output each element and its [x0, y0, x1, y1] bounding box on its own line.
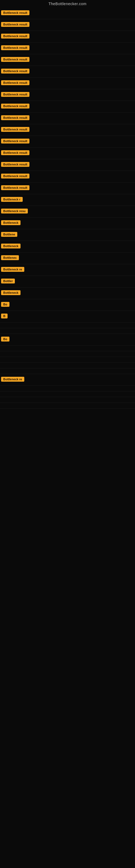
list-item[interactable]: Bottlene	[0, 229, 135, 241]
bottleneck-result-badge: Bottleneck result	[1, 80, 30, 85]
list-item[interactable]	[0, 368, 135, 374]
bottleneck-result-badge: Bottleneck	[1, 244, 20, 248]
bottleneck-result-badge: Bottleneck result	[1, 45, 30, 50]
bottleneck-result-badge: Bottleneck result	[1, 115, 30, 120]
list-item[interactable]: Bottleneck result	[0, 8, 135, 19]
bottleneck-result-badge: Bottleneck result	[1, 138, 30, 144]
list-item[interactable]	[0, 403, 135, 408]
list-item[interactable]: Bottleneck result	[0, 113, 135, 124]
list-item[interactable]: Bottleneck result	[0, 101, 135, 113]
bottleneck-result-badge: Bottleneck result	[1, 10, 30, 15]
list-item[interactable]	[0, 328, 135, 334]
list-item[interactable]: Bottleneck result	[0, 54, 135, 66]
list-item[interactable]: Bo	[0, 334, 135, 346]
list-item[interactable]: Bottleneck	[0, 287, 135, 299]
list-item[interactable]: Bottleneck re	[0, 374, 135, 386]
list-item[interactable]: Bottleneck resu	[0, 206, 135, 218]
bottleneck-result-badge: Bottler	[1, 279, 15, 283]
bottleneck-result-badge: Bottleneck re	[1, 377, 24, 382]
bottleneck-result-badge: Bo	[1, 337, 9, 341]
bottleneck-result-badge: Bottleneck r	[1, 197, 23, 202]
list-item[interactable]: Bo	[0, 299, 135, 311]
list-item[interactable]: Bottleneck result	[0, 124, 135, 136]
bottleneck-result-badge: Bottleneck result	[1, 34, 30, 38]
bottleneck-result-badge: Bottleneck re	[1, 267, 24, 272]
list-item[interactable]	[0, 357, 135, 363]
list-item[interactable]: Bottlenec	[0, 252, 135, 264]
site-title: TheBottlenecker.com	[0, 0, 135, 8]
list-item[interactable]: Bottleneck result	[0, 42, 135, 54]
bottleneck-result-badge: Bottleneck result	[1, 22, 30, 27]
bottleneck-result-badge: Bottlene	[1, 232, 17, 237]
bottleneck-result-badge: Bottlenec	[1, 255, 19, 260]
list-item[interactable]: Bottleneck r	[0, 194, 135, 206]
list-item[interactable]: Bottleneck result	[0, 31, 135, 42]
list-item[interactable]: Bottleneck result	[0, 89, 135, 101]
rows-container: Bottleneck resultBottleneck resultBottle…	[0, 8, 135, 408]
list-item[interactable]	[0, 351, 135, 357]
list-item[interactable]: Bottleneck result	[0, 183, 135, 194]
bottleneck-result-badge: Bo	[1, 302, 9, 307]
bottleneck-result-badge: Bottleneck resu	[1, 209, 28, 214]
list-item[interactable]	[0, 346, 135, 351]
list-item[interactable]: Bottleneck result	[0, 19, 135, 31]
list-item[interactable]: Bottleneck re	[0, 264, 135, 276]
list-item[interactable]: Bottleneck result	[0, 159, 135, 171]
bottleneck-result-badge: Bottleneck result	[1, 185, 30, 190]
list-item[interactable]: B	[0, 311, 135, 322]
bottleneck-result-badge: Bottleneck	[1, 290, 20, 295]
list-item[interactable]	[0, 392, 135, 397]
list-item[interactable]: Bottleneck result	[0, 78, 135, 89]
site-title-bar: TheBottlenecker.com	[0, 0, 135, 8]
bottleneck-result-badge: Bottleneck result	[1, 174, 30, 179]
list-item[interactable]	[0, 397, 135, 403]
bottleneck-result-badge: Bottleneck result	[1, 69, 30, 73]
bottleneck-result-badge: Bottleneck result	[1, 150, 30, 155]
list-item[interactable]: Bottleneck result	[0, 136, 135, 148]
list-item[interactable]: Bottleneck result	[0, 148, 135, 159]
list-item[interactable]	[0, 322, 135, 328]
list-item[interactable]: Bottleneck result	[0, 66, 135, 78]
list-item[interactable]: Bottleneck	[0, 241, 135, 252]
bottleneck-result-badge: Bottleneck result	[1, 92, 30, 97]
list-item[interactable]	[0, 363, 135, 368]
bottleneck-result-badge: Bottleneck	[1, 220, 20, 225]
bottleneck-result-badge: Bottleneck result	[1, 57, 30, 62]
list-item[interactable]: Bottleneck result	[0, 171, 135, 183]
bottleneck-result-badge: Bottleneck result	[1, 104, 30, 108]
list-item[interactable]	[0, 386, 135, 392]
bottleneck-result-badge: Bottleneck result	[1, 127, 30, 132]
bottleneck-result-badge: Bottleneck result	[1, 162, 30, 167]
bottleneck-result-badge: B	[1, 314, 8, 318]
list-item[interactable]: Bottleneck	[0, 218, 135, 229]
list-item[interactable]: Bottler	[0, 276, 135, 287]
